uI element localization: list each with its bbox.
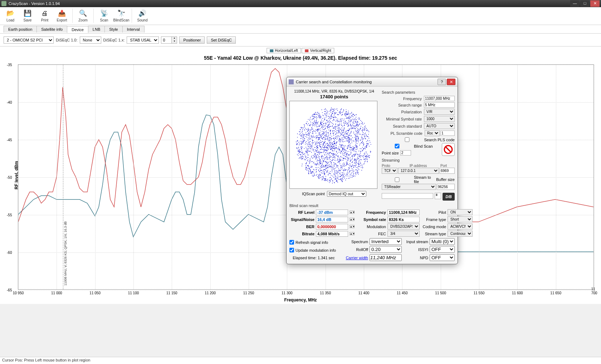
issyi-select[interactable]: OFF (430, 246, 455, 253)
spin-up-icon[interactable]: ▲ (172, 37, 177, 40)
sound-button[interactable]: 🔊Sound (134, 8, 151, 23)
svg-point-1176 (319, 143, 319, 144)
print-button[interactable]: 🖨Print (36, 8, 53, 23)
svg-point-209 (326, 150, 327, 151)
svg-point-1611 (328, 157, 328, 158)
npd-select[interactable]: OFF (430, 254, 455, 261)
min-symbol-rate-select[interactable]: 1000 (424, 116, 455, 122)
svg-point-1198 (344, 164, 345, 164)
tab-earth-position[interactable]: Earth position (4, 26, 37, 33)
svg-point-1373 (313, 137, 314, 137)
fec-select[interactable]: 3/4 (387, 231, 420, 237)
rolloff-select[interactable]: 0.20 (370, 246, 402, 253)
svg-point-1449 (324, 142, 325, 142)
close-button[interactable]: ✕ (590, 0, 600, 7)
search-pls-checkbox[interactable] (392, 137, 422, 142)
spin-icon[interactable]: ▲▼ (350, 211, 355, 214)
svg-point-1851 (320, 149, 321, 150)
window-title: CrazyScan - Version 1.0.1.94 (9, 1, 570, 6)
svg-point-950 (312, 129, 313, 129)
svg-point-1197 (351, 170, 352, 171)
dialog-help-button[interactable]: ? (438, 79, 446, 85)
tab-satellite-info[interactable]: Satellite info (36, 26, 67, 33)
svg-point-671 (343, 158, 344, 158)
pls-mode-select[interactable]: Root (425, 130, 440, 136)
search-range-input[interactable] (424, 102, 455, 108)
refresh-signal-checkbox[interactable] (289, 240, 294, 245)
svg-point-38 (308, 172, 309, 172)
carrier-width-input[interactable] (370, 254, 402, 261)
svg-point-890 (337, 162, 338, 163)
svg-point-2032 (327, 167, 328, 168)
export-button[interactable]: 📤Export (54, 8, 70, 23)
maximize-button[interactable]: □ (580, 0, 590, 7)
dialog-close-button[interactable]: ✕ (447, 79, 455, 85)
save-button[interactable]: 💾Save (19, 8, 36, 23)
svg-point-1514 (353, 176, 354, 177)
svg-point-429 (346, 123, 347, 123)
pause-button[interactable]: ⏸ (435, 193, 441, 199)
tab-interval[interactable]: Interval (122, 26, 145, 33)
scan-icon: 📡 (99, 9, 109, 18)
spin-down-icon[interactable]: ▼ (172, 40, 177, 43)
spin-icon[interactable]: ▲▼ (350, 218, 355, 221)
device-select[interactable]: 2 - OMICOM S2 PCI (4, 36, 54, 44)
spin-icon[interactable]: ▲▼ (350, 232, 355, 235)
zoom-button[interactable]: 🔍Zoom (75, 8, 91, 23)
svg-point-2137 (364, 148, 365, 149)
diseqc10-select[interactable]: None (80, 36, 101, 44)
scan-button[interactable]: 📡Scan (96, 8, 112, 23)
coding-mode-select[interactable]: ACM/VCM (448, 223, 473, 230)
svg-point-2169 (319, 129, 320, 129)
svg-point-833 (323, 172, 323, 172)
spectrum-select[interactable]: Inverted (370, 238, 402, 245)
proto-select[interactable]: TCP (382, 168, 397, 174)
update-modulation-checkbox[interactable] (289, 248, 294, 252)
tab-device[interactable]: Device (67, 26, 88, 33)
svg-point-1937 (351, 119, 352, 120)
tab-lnb[interactable]: LNB (88, 26, 105, 33)
dialog-titlebar[interactable]: Carrier search and Constellation monitor… (287, 77, 458, 87)
svg-point-472 (350, 174, 351, 175)
svg-point-193 (355, 169, 356, 170)
position-spinner[interactable]: ▲▼ (161, 36, 177, 44)
positioner-button[interactable]: Positioner (179, 36, 205, 44)
spin-icon[interactable]: ▲▼ (350, 225, 355, 228)
stop-button[interactable] (442, 143, 455, 156)
search-standard-select[interactable]: AUTO (424, 123, 455, 129)
minimize-button[interactable]: — (570, 0, 580, 7)
polarization-select[interactable]: V/R (424, 109, 455, 115)
pls-code-input[interactable] (440, 131, 455, 136)
svg-point-894 (349, 149, 350, 150)
svg-point-915 (344, 155, 345, 156)
buffer-size-input[interactable] (437, 184, 455, 190)
point-size-input[interactable] (400, 150, 411, 156)
tsreader-select[interactable]: TSReader (382, 184, 436, 190)
svg-point-525 (367, 159, 368, 160)
svg-point-1841 (343, 176, 344, 177)
svg-point-1806 (355, 138, 356, 139)
frequency-input[interactable] (424, 96, 455, 101)
stream-type-select[interactable]: Continous (448, 231, 473, 237)
svg-point-1695 (312, 132, 313, 132)
svg-point-1471 (361, 139, 362, 139)
input-stream-select[interactable]: Multi (0) (430, 238, 455, 245)
svg-point-1721 (353, 121, 354, 122)
modulation-select[interactable]: DVBS2/32APSK (387, 223, 420, 230)
blindscan-checkbox[interactable] (382, 144, 412, 148)
tab-style[interactable]: Style (104, 26, 122, 33)
stream-to-file-checkbox[interactable] (382, 177, 412, 182)
load-button[interactable]: 📂Load (2, 8, 19, 23)
svg-point-488 (322, 122, 322, 123)
diseqc1x-select[interactable]: STAB USALS (127, 36, 159, 44)
carrier-width-link[interactable]: Carrier width (339, 256, 368, 260)
svg-point-1460 (326, 136, 326, 137)
iqscan-select[interactable]: Demod IQ out (327, 191, 366, 197)
set-diseqc-button[interactable]: Set DiSEqC (207, 36, 236, 44)
frame-type-select[interactable]: Short (448, 216, 473, 222)
svg-point-581 (349, 167, 350, 168)
port-input[interactable] (440, 168, 455, 174)
blindscan-button[interactable]: 🔭BlindScan (113, 8, 130, 23)
pilot-select[interactable]: ON (448, 209, 473, 215)
ip-select[interactable]: 127.0.0.1 (398, 168, 439, 174)
